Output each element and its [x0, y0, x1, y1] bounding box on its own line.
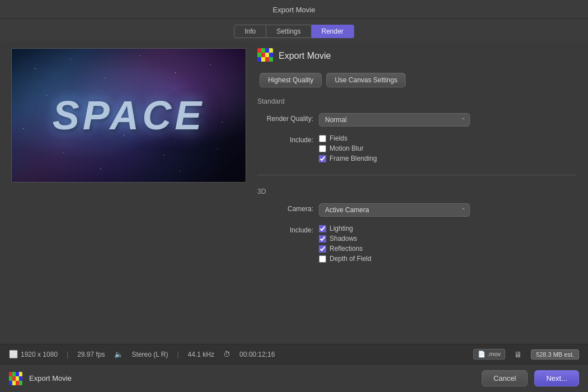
- file-type-value: .mov: [487, 351, 501, 357]
- standard-checkboxes: Fields Motion Blur Frame Blending: [319, 134, 377, 162]
- preview-panel: SPACE: [11, 48, 246, 337]
- tab-render[interactable]: Render: [312, 25, 354, 38]
- footer: Export Movie Cancel Next...: [0, 364, 588, 392]
- tab-settings[interactable]: Settings: [266, 25, 311, 38]
- camera-select[interactable]: Active Camera Camera 1 Camera 2: [319, 203, 470, 217]
- cancel-button[interactable]: Cancel: [482, 370, 528, 386]
- export-movie-title: Export Movie: [279, 51, 331, 61]
- frame-blending-label: Frame Blending: [330, 155, 377, 162]
- lighting-checkbox-row[interactable]: Lighting: [319, 225, 371, 232]
- motion-blur-label: Motion Blur: [330, 144, 364, 152]
- standard-include-label: Include:: [257, 134, 319, 144]
- export-header: Export Movie: [257, 48, 577, 64]
- film-icon: [257, 48, 273, 64]
- tab-info[interactable]: Info: [234, 25, 266, 38]
- tab-bar: Info Settings Render: [0, 19, 588, 41]
- display-icon: ⬜: [9, 350, 18, 358]
- standard-include-row: Include: Fields Motion Blur Frame Blendi…: [257, 134, 577, 162]
- timecode-value: 00:00:12;16: [239, 351, 275, 358]
- highest-quality-button[interactable]: Highest Quality: [260, 73, 322, 87]
- fields-checkbox[interactable]: [319, 135, 326, 142]
- next-button[interactable]: Next...: [534, 370, 579, 386]
- status-bar: ⬜ 1920 x 1080 | 29.97 fps 🔈 Stereo (L R)…: [0, 344, 588, 364]
- depth-of-field-checkbox-row[interactable]: Depth of Field: [319, 255, 371, 263]
- file-icon: 📄: [478, 351, 486, 357]
- space-text: SPACE: [53, 92, 205, 138]
- resolution-value: 1920 x 1080: [21, 351, 58, 358]
- shadows-checkbox-row[interactable]: Shadows: [319, 235, 371, 242]
- render-quality-label: Render Quality:: [257, 113, 319, 123]
- lighting-checkbox[interactable]: [319, 225, 326, 232]
- shadows-checkbox[interactable]: [319, 235, 326, 242]
- standard-section-label: Standard: [257, 97, 577, 105]
- canvas-settings-button[interactable]: Use Canvas Settings: [326, 73, 406, 87]
- motion-blur-checkbox-row[interactable]: Motion Blur: [319, 144, 377, 152]
- sample-rate-value: 44.1 kHz: [188, 351, 214, 358]
- frame-blending-checkbox-row[interactable]: Frame Blending: [319, 155, 377, 162]
- reflections-checkbox-row[interactable]: Reflections: [319, 245, 371, 253]
- window-title: Export Movie: [273, 6, 316, 14]
- shadows-label: Shadows: [330, 235, 357, 242]
- resolution-status: ⬜ 1920 x 1080: [9, 350, 58, 358]
- footer-film-icon: [9, 372, 22, 385]
- render-quality-select-wrapper: Normal Draft Best ⌃: [319, 113, 470, 127]
- reflections-label: Reflections: [330, 245, 363, 253]
- title-bar: Export Movie: [0, 0, 588, 19]
- file-type-badge: 📄 .mov: [473, 349, 505, 360]
- fps-value: 29.97 fps: [77, 351, 105, 358]
- audio-icon: 🔈: [114, 350, 123, 358]
- status-divider-1: |: [67, 351, 68, 358]
- status-divider-2: |: [177, 351, 178, 358]
- clock-icon: ⏱: [223, 350, 231, 358]
- size-estimate-badge: 528.3 MB est.: [531, 349, 579, 360]
- render-quality-row: Render Quality: Normal Draft Best ⌃: [257, 113, 577, 127]
- settings-panel: Export Movie Highest Quality Use Canvas …: [257, 48, 577, 337]
- lighting-label: Lighting: [330, 225, 353, 232]
- depth-of-field-checkbox[interactable]: [319, 255, 326, 263]
- fields-label: Fields: [330, 134, 347, 142]
- camera-select-wrapper: Active Camera Camera 1 Camera 2 ⌃: [319, 203, 470, 217]
- main-content: SPACE: [0, 41, 588, 344]
- render-quality-select[interactable]: Normal Draft Best: [319, 113, 470, 127]
- three-d-section-label: 3D: [257, 188, 577, 195]
- quality-buttons: Highest Quality Use Canvas Settings: [260, 73, 577, 87]
- three-d-include-row: Include: Lighting Shadows Reflections De…: [257, 225, 577, 263]
- fields-checkbox-row[interactable]: Fields: [319, 134, 377, 142]
- preview-image: SPACE: [11, 48, 246, 183]
- monitor-icon: 🖥: [514, 350, 522, 359]
- camera-label: Camera:: [257, 203, 319, 213]
- footer-title: Export Movie: [29, 374, 72, 382]
- camera-row: Camera: Active Camera Camera 1 Camera 2 …: [257, 203, 577, 217]
- reflections-checkbox[interactable]: [319, 245, 326, 253]
- depth-of-field-label: Depth of Field: [330, 255, 371, 263]
- frame-blending-checkbox[interactable]: [319, 155, 326, 162]
- audio-value: Stereo (L R): [132, 351, 168, 358]
- motion-blur-checkbox[interactable]: [319, 145, 326, 152]
- section-divider: [257, 175, 577, 175]
- three-d-include-label: Include:: [257, 225, 319, 234]
- three-d-checkboxes: Lighting Shadows Reflections Depth of Fi…: [319, 225, 371, 263]
